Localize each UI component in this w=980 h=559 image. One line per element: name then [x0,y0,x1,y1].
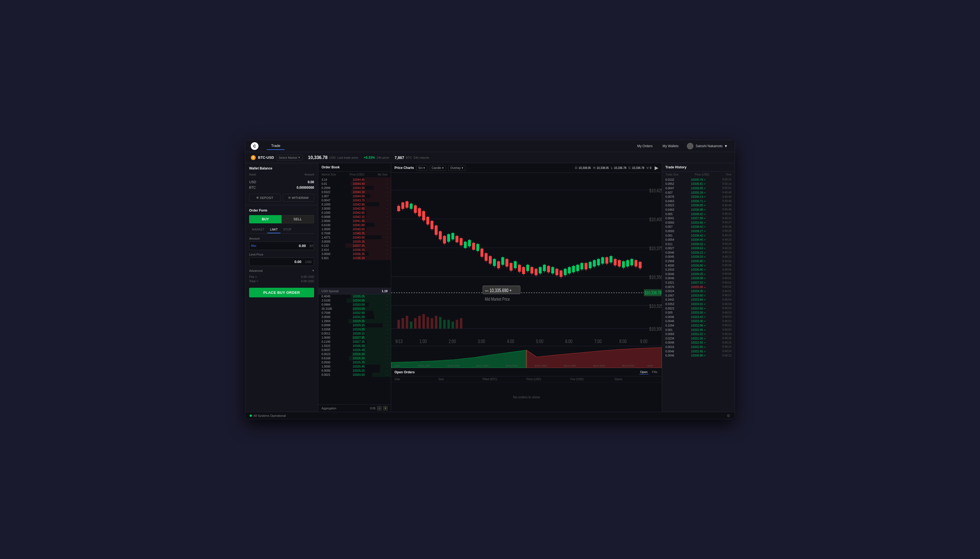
list-item[interactable]: 0.010210336.78↗9:50:15 [662,177,735,182]
list-item[interactable]: 1.032210326.50- [318,344,391,348]
overlay-control[interactable]: Overlay ▾ [448,165,466,171]
place-order-button[interactable]: PLACE BUY ORDER [249,288,314,298]
list-item[interactable]: 0.004610332.95↗9:48:24 [662,349,735,354]
list-item[interactable]: 0.109410332.96↗9:48:53 [662,323,735,327]
list-item[interactable]: 0.004610333.42↗9:48:53 [662,315,735,319]
select-market-button[interactable]: Select Market ▾ [276,155,303,160]
list-item[interactable]: 0.004510339.33↗9:49:13 [662,255,735,259]
interval-control[interactable]: 5m ▾ [416,165,427,171]
limit-tab[interactable]: LIMIT [267,226,280,233]
list-item[interactable]: 0.00710338.42↗9:49:35 [662,225,735,229]
list-item[interactable]: 0.098410333.50- [318,303,391,307]
list-item[interactable]: 0.759910340.35- [318,231,391,235]
list-item[interactable]: 0.296810336.80↗9:49:06 [662,259,735,263]
my-wallets-button[interactable]: My Wallets [659,142,682,150]
amount-input[interactable] [258,242,307,250]
list-item[interactable]: 1.000010327.95- [318,336,391,340]
list-item[interactable]: 0.404510335.05- [318,294,391,298]
list-item[interactable]: 0.004610333.00↗9:48:53 [662,319,735,324]
list-item[interactable]: 3.026810329.00- [318,327,391,331]
list-item[interactable]: 0.592210344.30- [318,190,391,194]
nav-tab-trade[interactable]: Trade [267,142,285,150]
list-item[interactable]: 0.007610335.00↘9:49:02 [662,285,735,289]
list-item[interactable]: 0.002310326.40- [318,352,391,356]
list-item[interactable]: 0.095210336.81↗9:50:14 [662,182,735,186]
oo-tab-open[interactable]: Open [639,370,649,374]
list-item[interactable]: 0.00510338.42↗9:49:42 [662,212,735,216]
list-item[interactable]: 2.000010342.85- [318,206,391,210]
list-item[interactable]: 0.008310331.02↗9:48:43 [662,332,735,336]
list-item[interactable]: 0.00110338.42↗9:49:26 [662,233,735,238]
list-item[interactable]: 6.000010325.25- [318,369,391,373]
list-item[interactable]: 0.344210333.84↗9:48:54 [662,298,735,302]
buy-button[interactable]: BUY [249,215,282,223]
list-item[interactable]: 0.0110344.40- [318,182,391,186]
stop-tab[interactable]: STOP [280,226,294,233]
list-item[interactable]: 1.00710344.00- [318,194,391,198]
list-item[interactable]: 1.437110340.00- [318,235,391,239]
list-item[interactable]: 0.004810332.95↗9:48:28 [662,341,735,345]
list-item[interactable]: 0.003710326.45- [318,348,391,352]
list-item[interactable]: 0.046310336.98↗9:49:48 [662,207,735,212]
chart-forward-icon[interactable]: ▶ [655,165,658,171]
list-item[interactable]: 1.000010325.45- [318,364,391,369]
list-item[interactable]: 3.000010336.35- [318,252,391,256]
list-item[interactable]: 0.009310333.66↗9:49:37 [662,220,735,225]
list-item[interactable]: 0.293310336.80↗9:49:06 [662,267,735,272]
list-item[interactable]: 3.000010339.25- [318,239,391,243]
list-item[interactable]: 0.110010327.25- [318,340,391,344]
list-item[interactable]: 0.01110338.02↗9:49:20 [662,242,735,246]
settings-icon[interactable]: ⚙ [727,413,730,418]
user-area[interactable]: Satoshi Nakamoto ▾ [685,142,729,150]
list-item[interactable]: 1.290410329.35- [318,319,391,323]
list-item[interactable]: 0.759910332.90- [318,311,391,315]
list-item[interactable]: 0.616810326.30- [318,356,391,361]
oo-tab-fills[interactable]: Fills [651,370,658,374]
list-item[interactable]: 0.100010342.65- [318,210,391,215]
list-item[interactable]: 1.000010340.65- [318,227,391,231]
list-item[interactable]: 5.60110336.30- [318,256,391,260]
list-item[interactable]: 0.002710338.63↗9:49:20 [662,246,735,251]
list-item[interactable]: 25.310010333.00- [318,307,391,311]
list-item[interactable]: 0.166710333.60↗9:48:57 [662,293,735,298]
list-item[interactable]: 0.00510333.00↗9:48:53 [662,310,735,315]
list-item[interactable]: 0.004610339.22↗9:49:19 [662,250,735,255]
list-item[interactable]: 2.510010334.95- [318,298,391,303]
list-item[interactable]: 0.299910344.35- [318,186,391,190]
list-item[interactable]: 3.000010331.00- [318,315,391,319]
list-item[interactable]: 0.004710343.75- [318,198,391,202]
list-item[interactable]: 2.000010341.95- [318,219,391,223]
list-item[interactable]: 0.002310338.05↗9:49:48 [662,203,735,208]
list-item[interactable]: 0.099910329.25- [318,323,391,327]
list-item[interactable]: 0.023410331.00↗9:48:28 [662,336,735,341]
list-item[interactable]: 3.1410344.45- [318,177,391,182]
list-item[interactable]: 2.41410336.55- [318,248,391,252]
list-item[interactable]: 0.100010342.90- [318,202,391,206]
my-orders-button[interactable]: My Orders [633,142,657,150]
list-item[interactable]: 0.182110337.02↗9:49:02 [662,280,735,285]
list-item[interactable]: 0.068810342.15- [318,215,391,219]
limit-price-input[interactable] [249,258,303,266]
list-item[interactable]: 0.002410329.35↗9:49:01 [662,289,735,293]
agg-decrease-button[interactable]: − [377,406,381,410]
list-item[interactable]: 0.004710338.05↗9:50:02 [662,186,735,190]
list-item[interactable]: 0.002110324.50- [318,373,391,377]
list-item[interactable]: 0.610010341.80- [318,223,391,227]
agg-increase-button[interactable]: + [383,406,388,410]
market-tab[interactable]: MARKET [249,226,267,233]
chart-type-control[interactable]: Candle ▾ [429,165,446,171]
list-item[interactable]: 0.007610336.13↗9:49:48 [662,195,735,199]
list-item[interactable]: 0.400010336.80↗9:49:06 [662,263,735,268]
advanced-toggle[interactable]: Advanced ▾ [249,269,314,272]
list-item[interactable]: 0.001610332.95↗9:48:24 [662,345,735,349]
list-item[interactable]: 0.046310336.71↗9:49:48 [662,199,735,203]
list-item[interactable]: 0.004610336.95↗9:48:22 [662,353,735,357]
sell-button[interactable]: SELL [282,215,314,223]
list-item[interactable]: 0.002310333.60↗9:48:53 [662,306,735,311]
list-item[interactable]: 0.00710335.29↗9:49:48 [662,190,735,195]
list-item[interactable]: 0.004110337.99↗9:49:42 [662,216,735,220]
withdraw-button[interactable]: ⊖ WITHDRAW [283,194,314,202]
list-item[interactable]: 0.004610338.98↗9:49:02 [662,276,735,281]
list-item[interactable]: 0.050010325.75- [318,361,391,364]
deposit-button[interactable]: ⊕ DEPOSIT [249,194,280,202]
